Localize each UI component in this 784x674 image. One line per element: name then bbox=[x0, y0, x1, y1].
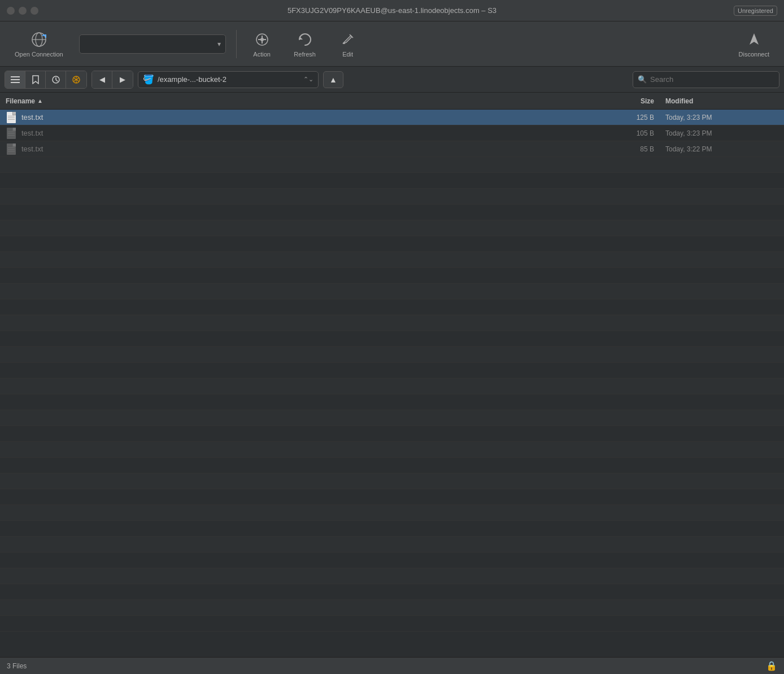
empty-row bbox=[0, 236, 784, 252]
file-count: 3 Files bbox=[7, 662, 766, 670]
empty-rows bbox=[0, 157, 784, 632]
empty-row bbox=[0, 189, 784, 205]
empty-row bbox=[0, 410, 784, 426]
svg-rect-12 bbox=[11, 79, 20, 80]
quick-connect-input[interactable] bbox=[84, 40, 217, 48]
action-icon bbox=[253, 31, 271, 49]
refresh-icon bbox=[296, 31, 314, 49]
empty-row bbox=[0, 299, 784, 315]
file-area: test.txt 125 B Today, 3:23 PM test.txt 1… bbox=[0, 110, 784, 657]
empty-row bbox=[0, 568, 784, 584]
back-button[interactable]: ◀ bbox=[92, 71, 112, 88]
refresh-button[interactable]: Refresh bbox=[285, 27, 325, 61]
svg-rect-13 bbox=[11, 82, 20, 83]
empty-row bbox=[0, 584, 784, 600]
file-size: 85 B bbox=[609, 145, 665, 153]
close-button[interactable] bbox=[7, 7, 15, 15]
table-row[interactable]: test.txt 125 B Today, 3:23 PM bbox=[0, 110, 784, 125]
traffic-lights bbox=[7, 7, 38, 15]
empty-row bbox=[0, 616, 784, 632]
main-content: Filename ▲ Size Modified test.txt 125 B … bbox=[0, 93, 784, 657]
action-label: Action bbox=[253, 51, 271, 58]
list-view-button[interactable] bbox=[5, 71, 25, 88]
empty-row bbox=[0, 473, 784, 489]
empty-row bbox=[0, 205, 784, 220]
empty-row bbox=[0, 220, 784, 236]
empty-row bbox=[0, 347, 784, 363]
edit-icon bbox=[339, 31, 357, 49]
history-view-button[interactable] bbox=[46, 71, 66, 88]
file-name: test.txt bbox=[21, 145, 609, 153]
file-icon bbox=[6, 127, 17, 140]
table-row[interactable]: test.txt 85 B Today, 3:22 PM bbox=[0, 141, 784, 157]
empty-row bbox=[0, 458, 784, 473]
lock-icon: 🔒 bbox=[766, 660, 777, 671]
empty-row bbox=[0, 505, 784, 521]
filename-column-header[interactable]: Filename ▲ bbox=[6, 97, 609, 105]
path-bar[interactable]: 🪣 /example-...-bucket-2 ⌃⌄ bbox=[138, 71, 319, 88]
bucket-icon: 🪣 bbox=[143, 74, 154, 85]
current-path: /example-...-bucket-2 bbox=[158, 75, 300, 84]
file-modified: Today, 3:23 PM bbox=[665, 129, 778, 137]
empty-row bbox=[0, 331, 784, 347]
disconnect-button[interactable]: Disconnect bbox=[731, 27, 777, 61]
empty-row bbox=[0, 284, 784, 299]
empty-row bbox=[0, 252, 784, 268]
edit-label: Edit bbox=[342, 51, 353, 58]
network-view-button[interactable] bbox=[66, 71, 86, 88]
open-connection-label: Open Connection bbox=[15, 51, 63, 58]
file-name: test.txt bbox=[21, 129, 609, 137]
svg-point-16 bbox=[75, 79, 77, 81]
empty-row bbox=[0, 315, 784, 331]
table-row[interactable]: test.txt 105 B Today, 3:23 PM bbox=[0, 125, 784, 141]
view-toggle-group bbox=[5, 71, 87, 89]
svg-line-18 bbox=[77, 78, 79, 79]
svg-line-3 bbox=[42, 35, 46, 36]
titlebar: 5FX3UJG2V09PY6KAAEUB@us-east-1.linodeobj… bbox=[0, 0, 784, 21]
modified-column-header[interactable]: Modified bbox=[665, 97, 778, 105]
open-connection-button[interactable]: Open Connection bbox=[7, 27, 71, 61]
navbar: ◀ ▶ 🪣 /example-...-bucket-2 ⌃⌄ ▲ 🔍 bbox=[0, 67, 784, 93]
search-bar[interactable]: 🔍 bbox=[633, 71, 779, 88]
svg-rect-11 bbox=[11, 76, 20, 77]
empty-row bbox=[0, 600, 784, 616]
empty-row bbox=[0, 553, 784, 568]
file-icon bbox=[6, 111, 17, 124]
file-name: test.txt bbox=[21, 113, 609, 121]
disconnect-icon bbox=[745, 31, 763, 49]
forward-button[interactable]: ▶ bbox=[112, 71, 133, 88]
toolbar-separator-1 bbox=[236, 30, 237, 58]
path-dropdown-icon[interactable]: ⌃⌄ bbox=[303, 76, 313, 83]
search-icon: 🔍 bbox=[638, 75, 647, 84]
search-input[interactable] bbox=[650, 75, 774, 84]
empty-row bbox=[0, 379, 784, 394]
empty-row bbox=[0, 489, 784, 505]
svg-line-21 bbox=[74, 80, 75, 81]
minimize-button[interactable] bbox=[19, 7, 27, 15]
bookmark-view-button[interactable] bbox=[25, 71, 46, 88]
empty-row bbox=[0, 521, 784, 537]
empty-row bbox=[0, 268, 784, 284]
file-modified: Today, 3:22 PM bbox=[665, 145, 778, 153]
svg-line-19 bbox=[77, 80, 79, 81]
size-column-header[interactable]: Size bbox=[609, 97, 665, 105]
nav-arrow-group: ◀ ▶ bbox=[92, 71, 133, 89]
quick-connect-dropdown-icon[interactable]: ▾ bbox=[217, 40, 221, 48]
file-list-header: Filename ▲ Size Modified bbox=[0, 93, 784, 110]
empty-row bbox=[0, 173, 784, 189]
file-size: 125 B bbox=[609, 114, 665, 121]
quick-connect-area[interactable]: ▾ bbox=[79, 34, 226, 54]
maximize-button[interactable] bbox=[31, 7, 38, 15]
action-button[interactable]: Action bbox=[242, 27, 282, 61]
file-modified: Today, 3:23 PM bbox=[665, 114, 778, 121]
registration-badge: Unregistered bbox=[734, 6, 777, 16]
up-directory-button[interactable]: ▲ bbox=[323, 71, 343, 88]
empty-row bbox=[0, 157, 784, 173]
edit-button[interactable]: Edit bbox=[328, 27, 368, 61]
file-list: test.txt 125 B Today, 3:23 PM test.txt 1… bbox=[0, 110, 784, 632]
statusbar: 3 Files 🔒 bbox=[0, 657, 784, 674]
refresh-label: Refresh bbox=[294, 51, 316, 58]
toolbar: Open Connection ▾ Action Refresh bbox=[0, 21, 784, 67]
svg-point-7 bbox=[260, 38, 264, 41]
empty-row bbox=[0, 442, 784, 458]
